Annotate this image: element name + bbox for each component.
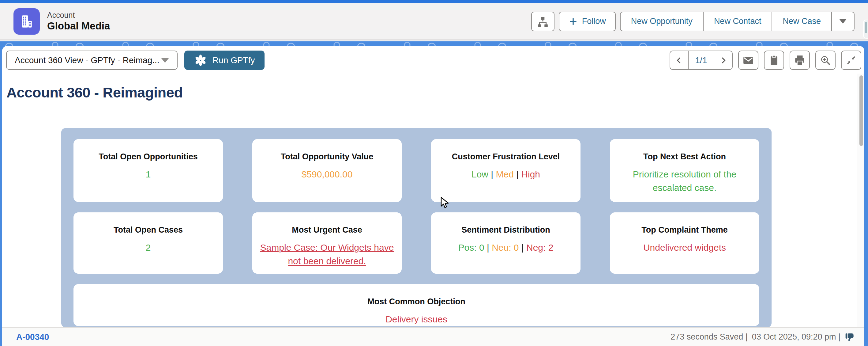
entity-label: Account (47, 10, 110, 20)
card-total-open-cases: Total Open Cases 2 (73, 212, 223, 274)
card-value: $590,000.00 (302, 168, 353, 181)
card-most-common-objection: Most Common Objection Delivery issues (73, 284, 759, 326)
card-value: Undelivered widgets (643, 241, 726, 254)
card-top-complaint-theme: Top Complaint Theme Undelivered widgets (610, 212, 759, 274)
magnifier-plus-icon (820, 55, 831, 66)
panel-scrollbar[interactable] (858, 74, 864, 327)
chevron-right-icon (719, 56, 727, 64)
collapse-button[interactable] (841, 51, 861, 70)
mouse-cursor (440, 197, 451, 210)
card-customer-frustration-level: Customer Frustration Level Low | Med | H… (431, 139, 581, 202)
card-title: Top Complaint Theme (642, 225, 728, 235)
new-opportunity-button[interactable]: New Opportunity (621, 12, 703, 31)
page-scrollbar-thumb[interactable] (865, 22, 867, 33)
run-gptfy-button[interactable]: Run GPTfy (184, 51, 265, 70)
card-value: Low | Med | High (471, 168, 540, 181)
previous-page-button[interactable] (670, 51, 688, 69)
collapse-arrows-icon (846, 55, 857, 66)
card-title: Total Opportunity Value (281, 152, 374, 162)
email-button[interactable] (738, 51, 758, 70)
gptfy-pinwheel-icon (194, 54, 207, 67)
card-title: Most Urgent Case (292, 225, 362, 235)
account-entity-icon (13, 8, 40, 35)
card-total-open-opportunities: Total Open Opportunities 1 (73, 139, 223, 202)
page-navigator: 1/1 (670, 51, 733, 70)
lightning-background-pattern: Account 360 View - GPTfy - Reimag... Run… (0, 41, 868, 346)
envelope-icon (742, 55, 754, 66)
new-case-button[interactable]: New Case (772, 12, 831, 31)
gptfy-toolbar: Account 360 View - GPTfy - Reimag... Run… (6, 51, 861, 70)
view-hierarchy-button[interactable] (531, 12, 555, 31)
card-value: Prioritize resolution of the escalated c… (623, 168, 746, 194)
card-value: Delivery issues (385, 313, 447, 326)
printer-icon (794, 55, 806, 66)
card-top-next-best-action: Top Next Best Action Prioritize resoluti… (610, 139, 759, 202)
copy-to-clipboard-button[interactable] (764, 51, 784, 70)
card-title: Total Open Cases (114, 225, 183, 235)
thumbs-down-icon[interactable] (845, 332, 855, 342)
card-value: 1 (146, 168, 151, 181)
view-selector-value: Account 360 View - GPTfy - Reimag... (15, 55, 159, 65)
zoom-button[interactable] (815, 51, 836, 70)
card-value: Sample Case: Our Widgets have not been d… (259, 241, 395, 267)
card-title: Sentiment Distribution (461, 225, 550, 235)
page-indicator: 1/1 (688, 51, 714, 69)
account360-panel: Account 360 View - GPTfy - Reimag... Run… (2, 46, 864, 346)
buildings-icon (19, 14, 34, 29)
page-scrollbar-top[interactable] (863, 20, 868, 39)
clipboard-icon (769, 55, 779, 66)
record-name: Global Media (47, 20, 110, 32)
card-title: Top Next Best Action (643, 152, 726, 162)
next-page-button[interactable] (714, 51, 732, 69)
document-controls: 1/1 (670, 51, 861, 70)
run-gptfy-label: Run GPTfy (213, 55, 255, 65)
card-title: Most Common Objection (367, 297, 465, 307)
hierarchy-icon (537, 16, 549, 27)
gptfy-footer: A-00340 273 seconds Saved | 03 Oct 2025,… (2, 327, 864, 346)
card-title: Total Open Opportunities (99, 152, 198, 162)
follow-button[interactable]: Follow (559, 12, 616, 31)
brand-top-bar (0, 0, 868, 3)
view-selector[interactable]: Account 360 View - GPTfy - Reimag... (6, 51, 178, 70)
chevron-down-icon (161, 58, 169, 63)
panel-scrollbar-thumb[interactable] (860, 76, 863, 146)
chevron-down-icon (839, 19, 846, 24)
more-actions-button[interactable] (831, 12, 854, 31)
chevron-left-icon (675, 56, 683, 64)
dashboard-card-grid: Total Open Opportunities 1 Total Opportu… (61, 128, 772, 327)
print-button[interactable] (789, 51, 810, 70)
card-value: 2 (146, 241, 151, 254)
footer-status: 273 seconds Saved | 03 Oct 2025, 09:20 p… (671, 332, 855, 342)
page-title: Account 360 - Reimagined (6, 84, 183, 101)
prompt-record-link[interactable]: A-00340 (16, 332, 49, 342)
urgent-case-link[interactable]: Sample Case: Our Widgets have not been d… (259, 241, 395, 267)
plus-icon (568, 17, 578, 26)
card-total-opportunity-value: Total Opportunity Value $590,000.00 (252, 139, 402, 202)
seconds-saved-text: 273 seconds Saved | (671, 332, 748, 342)
card-title: Customer Frustration Level (452, 152, 560, 162)
card-value: Pos: 0 | Neu: 0 | Neg: 2 (458, 241, 554, 254)
header-actions: Follow New Opportunity New Contact New C… (531, 12, 855, 31)
card-sentiment-distribution: Sentiment Distribution Pos: 0 | Neu: 0 |… (431, 212, 581, 274)
card-most-urgent-case: Most Urgent Case Sample Case: Our Widget… (252, 212, 402, 274)
follow-label: Follow (582, 17, 606, 26)
timestamp-text: 03 Oct 2025, 09:20 pm | (752, 332, 840, 342)
record-header: Account Global Media Follow New Opp (0, 3, 868, 40)
new-contact-button[interactable]: New Contact (703, 12, 772, 31)
record-action-group: New Opportunity New Contact New Case (620, 12, 855, 31)
